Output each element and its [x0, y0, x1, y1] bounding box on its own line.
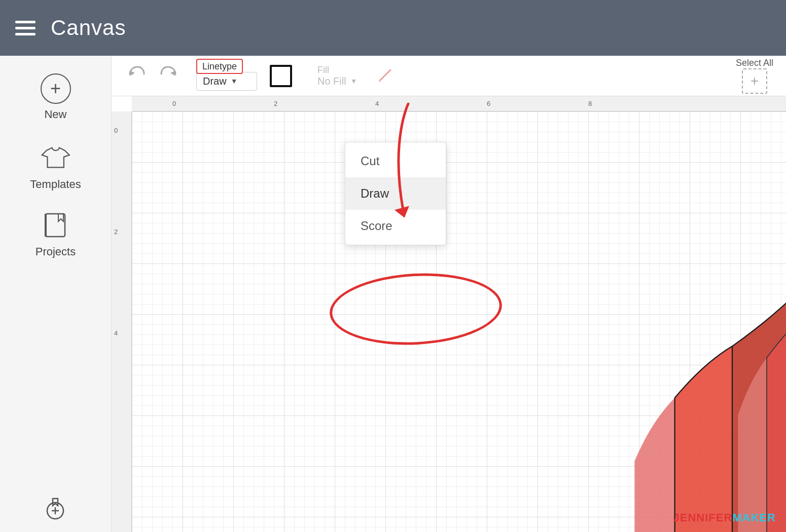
sidebar-item-templates-label: Templates	[30, 178, 81, 191]
ruler-h-mark-2: 2	[274, 100, 277, 107]
ruler-h-mark-6: 6	[487, 100, 490, 107]
sidebar-item-projects-label: Projects	[35, 245, 76, 258]
ruler-v-mark-4: 4	[114, 329, 118, 337]
square-icon[interactable]	[270, 65, 292, 87]
select-all-label: Select All	[736, 58, 773, 68]
linetype-dropdown[interactable]: Draw ▼	[196, 72, 257, 91]
sidebar: + New Templates Proj	[0, 56, 112, 532]
sidebar-item-new-label: New	[44, 108, 66, 121]
sidebar-item-new[interactable]: + New	[0, 66, 111, 129]
linetype-dropdown-menu: Cut Draw Score	[345, 142, 446, 245]
header: Canvas	[0, 0, 786, 56]
select-all-section: Select All +	[736, 58, 773, 94]
ruler-h-mark-4: 4	[375, 100, 379, 107]
fill-arrow-icon: ▼	[350, 77, 358, 85]
main-layout: + New Templates Proj	[0, 56, 786, 532]
toolbar: Linetype Draw ▼ Fill No Fill ▼	[112, 56, 786, 96]
projects-icon	[42, 211, 69, 241]
dropdown-item-draw[interactable]: Draw	[345, 177, 446, 210]
svg-rect-0	[46, 214, 65, 237]
ruler-h-mark-8: 8	[588, 100, 592, 107]
bottom-icon	[42, 495, 69, 524]
canvas-red-shape	[456, 203, 786, 532]
linetype-section: Linetype Draw ▼	[196, 61, 257, 91]
grid	[132, 111, 786, 532]
watermark-jennifer: JENNIFER	[673, 511, 733, 524]
canvas-area[interactable]: 0 2 4 6 8 0 2 4	[112, 96, 786, 532]
ruler-h-mark-0: 0	[172, 100, 176, 107]
linetype-arrow-icon: ▼	[231, 77, 238, 85]
select-all-plus-icon: +	[751, 73, 759, 89]
watermark-maker: MAKER	[732, 511, 776, 524]
redo-button[interactable]	[158, 62, 181, 89]
hamburger-menu-icon[interactable]	[15, 21, 35, 35]
fill-dropdown[interactable]: No Fill ▼	[317, 75, 358, 87]
watermark: JENNIFERMAKER	[673, 511, 776, 524]
ruler-v-mark-2: 2	[114, 228, 118, 236]
new-icon: +	[41, 73, 71, 104]
sidebar-item-projects[interactable]: Projects	[0, 204, 111, 266]
undo-button[interactable]	[124, 62, 148, 89]
fill-label: Fill	[317, 65, 329, 75]
fill-section: Fill No Fill ▼	[317, 65, 358, 87]
main-content: Linetype Draw ▼ Fill No Fill ▼	[112, 56, 786, 532]
svg-marker-8	[170, 70, 175, 76]
templates-icon	[41, 141, 71, 174]
sidebar-item-bottom[interactable]	[0, 487, 111, 532]
edit-pen-icon[interactable]	[375, 65, 396, 87]
linetype-label: Linetype	[196, 59, 243, 74]
ruler-v-mark-0: 0	[114, 127, 118, 134]
svg-marker-7	[130, 70, 135, 76]
fill-value: No Fill	[317, 75, 346, 87]
svg-line-10	[379, 80, 380, 82]
linetype-value: Draw	[203, 75, 227, 87]
ruler-horizontal: 0 2 4 6 8	[132, 96, 786, 111]
svg-line-9	[380, 70, 390, 80]
ruler-vertical: 0 2 4	[112, 111, 132, 532]
dropdown-item-score[interactable]: Score	[345, 210, 446, 242]
dropdown-item-cut[interactable]: Cut	[345, 145, 446, 177]
select-all-button[interactable]: +	[742, 68, 767, 94]
svg-marker-2	[58, 214, 63, 221]
app-title: Canvas	[51, 16, 126, 40]
sidebar-item-templates[interactable]: Templates	[0, 134, 111, 199]
